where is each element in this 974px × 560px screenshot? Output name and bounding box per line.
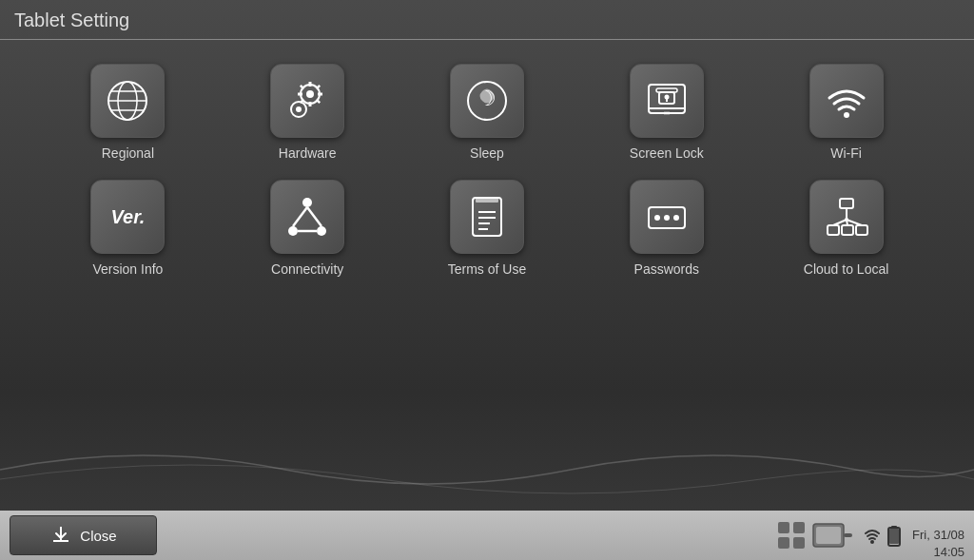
svg-rect-56 bbox=[778, 537, 789, 549]
wifi-status-icon bbox=[863, 526, 882, 545]
svg-point-26 bbox=[844, 112, 849, 118]
wifi-label: Wi-Fi bbox=[830, 145, 862, 161]
svg-rect-54 bbox=[778, 522, 789, 533]
header: Tablet Setting bbox=[0, 0, 974, 40]
svg-line-11 bbox=[301, 86, 304, 89]
password-icon bbox=[643, 193, 691, 241]
svg-point-51 bbox=[845, 218, 848, 222]
svg-point-27 bbox=[302, 198, 312, 207]
document-icon bbox=[463, 193, 511, 241]
hardware-icon-box bbox=[270, 64, 344, 138]
wifi-icon bbox=[823, 77, 870, 125]
cloud-to-local-item[interactable]: Cloud to Local bbox=[775, 180, 918, 277]
regional-icon-box bbox=[90, 64, 165, 138]
date-time-text: Fri, 31/08 14:05 bbox=[912, 528, 964, 559]
connectivity-icon bbox=[283, 193, 331, 241]
screen-lock-icon-box bbox=[630, 64, 704, 138]
network-icon bbox=[823, 193, 870, 241]
wifi-icon-box bbox=[809, 64, 884, 138]
wave-decoration bbox=[0, 432, 974, 508]
download-arrow-icon bbox=[49, 524, 72, 547]
gear-icon bbox=[283, 77, 331, 125]
terms-of-use-label: Terms of Use bbox=[448, 261, 526, 277]
svg-point-40 bbox=[654, 215, 660, 221]
connectivity-item[interactable]: Connectivity bbox=[236, 180, 379, 277]
connectivity-icon-box bbox=[270, 180, 344, 254]
status-icons bbox=[863, 524, 903, 547]
icon-row-2: Ver. Version Info Connectivity bbox=[38, 180, 936, 277]
svg-line-31 bbox=[307, 207, 321, 226]
sleep-icon-box: ☽ bbox=[450, 64, 524, 138]
svg-rect-46 bbox=[856, 225, 867, 235]
connectivity-label: Connectivity bbox=[271, 261, 343, 277]
version-info-icon-box: Ver. bbox=[90, 180, 165, 254]
passwords-item[interactable]: Passwords bbox=[595, 180, 738, 277]
hardware-item[interactable]: Hardware bbox=[236, 64, 379, 161]
hardware-label: Hardware bbox=[279, 145, 337, 161]
svg-line-30 bbox=[293, 207, 307, 226]
globe-icon bbox=[104, 77, 151, 125]
svg-point-23 bbox=[664, 95, 669, 100]
passwords-icon-box bbox=[630, 180, 704, 254]
close-label: Close bbox=[80, 528, 116, 544]
svg-point-41 bbox=[664, 215, 670, 221]
svg-line-12 bbox=[317, 100, 321, 104]
svg-rect-64 bbox=[889, 529, 899, 544]
svg-line-13 bbox=[317, 86, 321, 89]
svg-rect-55 bbox=[793, 522, 805, 533]
screen-lock-item[interactable]: Screen Lock bbox=[595, 64, 738, 161]
regional-label: Regional bbox=[102, 145, 154, 161]
cloud-to-local-icon-box bbox=[809, 180, 884, 254]
svg-rect-57 bbox=[793, 537, 805, 549]
svg-rect-60 bbox=[844, 533, 852, 537]
svg-text:☽: ☽ bbox=[477, 87, 497, 110]
close-button[interactable]: Close bbox=[10, 515, 157, 555]
svg-rect-63 bbox=[891, 526, 897, 529]
page-title: Tablet Setting bbox=[14, 10, 129, 30]
version-info-label: Version Info bbox=[92, 261, 163, 277]
regional-item[interactable]: Regional bbox=[56, 64, 199, 161]
svg-point-6 bbox=[306, 90, 314, 98]
battery-icon bbox=[886, 524, 903, 547]
svg-point-29 bbox=[317, 226, 326, 236]
svg-point-61 bbox=[870, 540, 874, 544]
svg-point-42 bbox=[673, 215, 679, 221]
bottom-right: Fri, 31/08 14:05 bbox=[776, 510, 964, 560]
system-icons bbox=[776, 520, 853, 550]
screen-lock-label: Screen Lock bbox=[630, 145, 704, 161]
sleep-item[interactable]: ☽ Sleep bbox=[416, 64, 558, 161]
bottom-bar: Close bbox=[0, 511, 974, 560]
terms-of-use-icon-box bbox=[450, 180, 524, 254]
svg-point-28 bbox=[288, 226, 298, 236]
sleep-icon: ☽ bbox=[463, 77, 511, 125]
svg-rect-59 bbox=[816, 527, 841, 544]
main-content: Regional Hardwa bbox=[0, 40, 974, 300]
sleep-label: Sleep bbox=[470, 145, 504, 161]
svg-point-16 bbox=[296, 106, 302, 112]
svg-rect-45 bbox=[842, 225, 853, 235]
cloud-to-local-label: Cloud to Local bbox=[804, 261, 889, 277]
tablet-stylus-icon bbox=[811, 520, 853, 550]
svg-rect-44 bbox=[828, 225, 839, 235]
ver-icon: Ver. bbox=[110, 206, 145, 228]
screen-lock-icon bbox=[643, 77, 691, 125]
grid-icon bbox=[776, 520, 807, 550]
datetime: Fri, 31/08 14:05 bbox=[912, 510, 964, 560]
icon-row-1: Regional Hardwa bbox=[38, 64, 936, 161]
svg-rect-34 bbox=[476, 198, 498, 203]
version-info-item[interactable]: Ver. Version Info bbox=[56, 180, 199, 277]
wifi-item[interactable]: Wi-Fi bbox=[775, 64, 918, 161]
terms-of-use-item[interactable]: Terms of Use bbox=[416, 180, 558, 277]
svg-rect-25 bbox=[656, 88, 677, 92]
svg-rect-43 bbox=[840, 199, 853, 208]
passwords-label: Passwords bbox=[634, 261, 699, 277]
